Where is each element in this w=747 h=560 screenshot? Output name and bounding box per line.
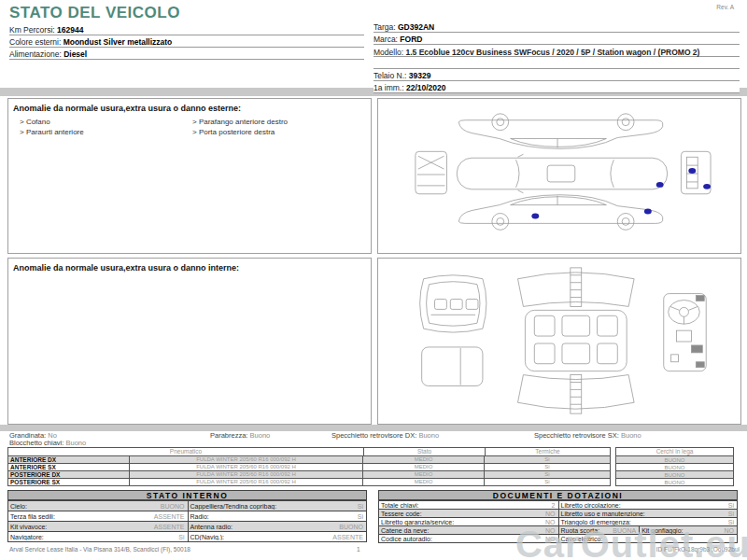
internal-anomalies-title: Anomalie da normale usura,extra usura o … xyxy=(8,259,371,273)
stato-interno-title: STATO INTERNO xyxy=(8,491,366,500)
tyre-table: Pneumatico Stato Termiche ANTERIORE DX F… xyxy=(7,447,611,486)
condition-blocchetto-chiavi: Blocchetto chiavi: Buono xyxy=(9,439,86,447)
vehicle-info-right: Targa: GD392AN Marca: FORD Modello: 1.5 … xyxy=(374,21,740,93)
alloy-wheels-table: Cerchi in lega BUONO BUONO BUONO BUONO xyxy=(615,447,734,486)
field-targa: Targa: GD392AN xyxy=(374,21,740,33)
footer-company: Arval Service Lease Italia - Via Pisana … xyxy=(9,546,190,553)
table-row: Cielo:BUONO Cappelliera/Tendina copribag… xyxy=(8,500,366,511)
table-row: Navigatore:Si CD(Navig.):ASSENTE xyxy=(8,531,366,541)
field-modello: Modello: 1.5 Ecoblue 120cv Business SWFo… xyxy=(374,45,740,69)
external-anomalies-list: > Cofano > Paraurti anteriore > Parafang… xyxy=(8,113,371,137)
col-header-pneumatico: Pneumatico xyxy=(8,448,364,455)
external-anomalies-title: Anomalie da normale usura,extra usura o … xyxy=(8,99,371,113)
col-header-stato: Stato xyxy=(364,448,486,455)
col-header-cerchi: Cerchi in lega xyxy=(616,448,733,455)
stato-interno-table: STATO INTERNO Cielo:BUONO Cappelliera/Te… xyxy=(7,490,367,542)
table-row: Tessere code:NO Libretto uso e manutenzi… xyxy=(379,509,737,517)
exterior-diagram-panel xyxy=(377,98,741,254)
separator-bar-bottom xyxy=(0,425,747,431)
field-telaio: Telaio N.: 39329 xyxy=(374,69,740,81)
cerchi-value: BUONO xyxy=(616,455,733,463)
condition-specchietto-dx: Specchietto retrovisore DX: Buono xyxy=(331,431,439,440)
external-anomalies-panel: Anomalie da normale usura,extra usura o … xyxy=(7,98,372,254)
table-row: Terza fila sedili:ASSENTE Radio:Si xyxy=(8,511,366,521)
table-row: Kit vivavoce:ASSENTE Antenna radio:BUONO xyxy=(8,521,366,531)
interior-diagram-panel xyxy=(377,258,741,425)
anomaly-item: > Parafango anteriore destro xyxy=(192,117,365,127)
footer-doc-id: ID Fu/lFkO-18qr9b3 ;Oou92bul xyxy=(656,546,740,553)
footer-page-number: 1 xyxy=(357,546,360,553)
table-row-ruota-scorta: Catene da neve:NO Ruota scorta: BUONA Ki… xyxy=(379,525,737,534)
page-title: STATO DEL VEICOLO xyxy=(9,4,180,22)
condition-parabrezza: Parabrezza: Buono xyxy=(210,431,270,440)
car-interior-diagram xyxy=(378,259,740,424)
documenti-table: DOCUMENTI E DOTAZIONI Totale chiavi:2 Li… xyxy=(378,490,738,543)
revision-label: Rev. A xyxy=(716,4,734,10)
table-row: Libretto garanzia/service:NO Triangolo d… xyxy=(379,517,737,525)
documenti-title: DOCUMENTI E DOTAZIONI xyxy=(379,491,737,500)
cerchi-value: BUONO xyxy=(616,463,733,470)
vehicle-info-left: Km Percorsi: 162944 Colore esterni: Moon… xyxy=(9,23,364,60)
cerchi-value: BUONO xyxy=(616,470,733,478)
tyre-row-anteriore-dx: ANTERIORE DX FULDA WINTER 205/60 R16 000… xyxy=(8,455,610,463)
anomaly-item: > Cofano xyxy=(20,117,192,127)
anomaly-item: > Paraurti anteriore xyxy=(20,127,192,137)
cerchi-value: BUONO xyxy=(616,478,733,485)
col-header-termiche: Termiche xyxy=(486,448,610,455)
field-prima-imm: 1a imm.: 22/10/2020 xyxy=(374,81,740,93)
field-marca: Marca: FORD xyxy=(374,33,740,45)
tyre-row-anteriore-sx: ANTERIORE SX FULDA WINTER 205/60 R16 000… xyxy=(8,463,610,470)
kit-gonfiaggio-cell: Kit gonfiaggio: NO xyxy=(639,526,737,534)
tyre-row-posteriore-sx: POSTERIORE SX FULDA WINTER 205/60 R16 00… xyxy=(8,478,610,485)
condition-specchietto-sx: Specchietto retrovisore SX: Buono xyxy=(534,431,641,440)
table-row: Totale chiavi:2 Libretto circolazione:Si xyxy=(379,500,737,509)
anomaly-item: > Porta posteriore destra xyxy=(192,127,365,137)
field-km-percorsi: Km Percorsi: 162944 xyxy=(9,23,364,35)
tyre-row-posteriore-dx: POSTERIORE DX FULDA WINTER 205/60 R16 00… xyxy=(8,470,610,478)
car-exterior-diagram xyxy=(378,99,740,253)
field-alimentazione: Alimentazione: Diesel xyxy=(9,48,364,60)
field-colore-esterni: Colore esterni: Moondust Silver metalliz… xyxy=(9,35,364,48)
tyre-table-header: Pneumatico Stato Termiche xyxy=(8,448,610,455)
internal-anomalies-panel: Anomalie da normale usura,extra usura o … xyxy=(7,258,372,425)
table-row: Codice autoradio:NO Cavo elettrico: xyxy=(379,534,737,542)
